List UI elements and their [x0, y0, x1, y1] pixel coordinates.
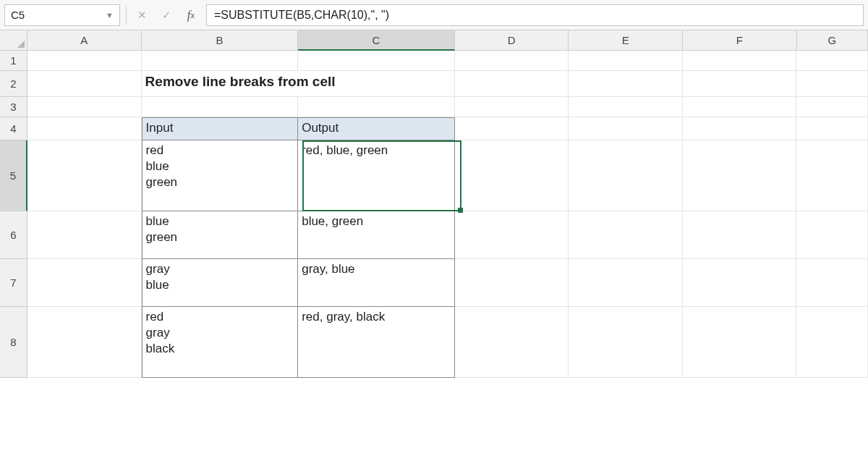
cell-e2[interactable] [569, 71, 683, 97]
row-headers: 1 2 3 4 5 6 7 8 [0, 51, 27, 378]
row-header-5[interactable]: 5 [0, 140, 27, 211]
cell-e6[interactable] [569, 211, 683, 259]
col-header-c[interactable]: C [298, 30, 455, 51]
cell-d3[interactable] [455, 97, 569, 117]
cell-a2[interactable] [27, 71, 142, 97]
formula-input[interactable]: =SUBSTITUTE(B5,CHAR(10),", ") [206, 4, 864, 26]
cell-c6[interactable]: blue, green [298, 211, 455, 259]
cell-b8[interactable]: red gray black [142, 307, 299, 378]
row-header-4[interactable]: 4 [0, 117, 27, 140]
cell-g7[interactable] [796, 259, 868, 307]
cell-g1[interactable] [796, 51, 868, 71]
enter-button[interactable]: ✓ [157, 6, 176, 25]
cell-a5[interactable] [27, 140, 142, 211]
cell-g5[interactable] [796, 140, 868, 211]
cell-b1[interactable] [142, 51, 299, 71]
column-headers: A B C D E F G [27, 30, 868, 51]
formula-bar: C5 ▼ ✕ ✓ fx =SUBSTITUTE(B5,CHAR(10),", "… [0, 0, 868, 30]
cell-d6[interactable] [455, 211, 569, 259]
name-box-value: C5 [11, 9, 25, 21]
formula-text: =SUBSTITUTE(B5,CHAR(10),", ") [214, 9, 389, 22]
cell-f3[interactable] [683, 97, 797, 117]
cell-f2[interactable] [683, 71, 797, 97]
table-header-input[interactable]: Input [142, 117, 299, 140]
cell-a7[interactable] [27, 259, 142, 307]
cell-g8[interactable] [796, 307, 868, 378]
row-header-6[interactable]: 6 [0, 211, 27, 259]
col-header-e[interactable]: E [569, 30, 683, 50]
cell-f8[interactable] [683, 307, 797, 378]
cell-d1[interactable] [455, 51, 569, 71]
cell-d5[interactable] [455, 140, 569, 211]
name-box[interactable]: C5 ▼ [4, 4, 120, 26]
cell-f4[interactable] [683, 117, 797, 140]
cell-e5[interactable] [569, 140, 683, 211]
cancel-button[interactable]: ✕ [132, 6, 151, 25]
cell-f5[interactable] [683, 140, 797, 211]
cell-b7[interactable]: gray blue [142, 259, 299, 307]
cell-c5[interactable]: red, blue, green [298, 140, 455, 211]
cell-b5[interactable]: red blue green [142, 140, 299, 211]
title-cell[interactable]: Remove line breaks from cell [142, 71, 455, 97]
cell-d7[interactable] [455, 259, 569, 307]
cell-c8[interactable]: red, gray, black [298, 307, 455, 378]
cell-a8[interactable] [27, 307, 142, 378]
cell-c1[interactable] [298, 51, 455, 71]
col-header-d[interactable]: D [455, 30, 569, 50]
cell-a1[interactable] [27, 51, 142, 71]
col-header-a[interactable]: A [27, 30, 142, 50]
separator [126, 6, 127, 25]
cell-e4[interactable] [569, 117, 683, 140]
cell-e8[interactable] [569, 307, 683, 378]
table-header-output[interactable]: Output [298, 117, 455, 140]
col-header-g[interactable]: G [797, 30, 868, 50]
col-header-f[interactable]: F [683, 30, 797, 50]
cell-f6[interactable] [683, 211, 797, 259]
row-header-3[interactable]: 3 [0, 97, 27, 117]
row-header-1[interactable]: 1 [0, 51, 27, 71]
cell-g4[interactable] [796, 117, 868, 140]
grid[interactable]: Remove line breaks from cell Input [27, 51, 868, 456]
row-header-8[interactable]: 8 [0, 307, 27, 378]
cell-d4[interactable] [455, 117, 569, 140]
cell-g3[interactable] [796, 97, 868, 117]
cell-e7[interactable] [569, 259, 683, 307]
sheet-area: A B C D E F G 1 2 3 4 5 6 7 8 [0, 30, 868, 456]
cell-c3[interactable] [298, 97, 455, 117]
select-all-corner[interactable] [0, 30, 27, 51]
cell-d8[interactable] [455, 307, 569, 378]
row-header-7[interactable]: 7 [0, 259, 27, 307]
cell-f1[interactable] [683, 51, 797, 71]
cell-a4[interactable] [27, 117, 142, 140]
col-header-b[interactable]: B [142, 30, 299, 50]
cell-e1[interactable] [569, 51, 683, 71]
cell-g6[interactable] [796, 211, 868, 259]
fx-icon[interactable]: fx [182, 6, 200, 25]
cell-a3[interactable] [27, 97, 142, 117]
cell-e3[interactable] [569, 97, 683, 117]
cell-a6[interactable] [27, 211, 142, 259]
row-header-2[interactable]: 2 [0, 71, 27, 97]
cell-d2[interactable] [455, 71, 569, 97]
dropdown-icon[interactable]: ▼ [106, 11, 114, 20]
cell-b6[interactable]: blue green [142, 211, 299, 259]
cell-f7[interactable] [683, 259, 797, 307]
cell-g2[interactable] [796, 71, 868, 97]
cell-c7[interactable]: gray, blue [298, 259, 455, 307]
cell-b3[interactable] [142, 97, 299, 117]
